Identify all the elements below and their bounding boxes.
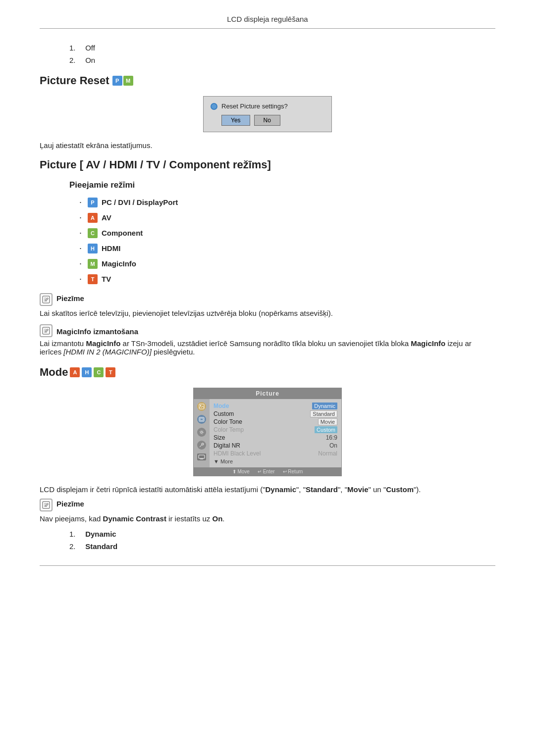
menu-icons [194, 399, 210, 467]
menu-icon-1 [197, 402, 206, 411]
menu-sidebar: Mode Dynamic Custom Standard Color Tone … [194, 399, 341, 467]
menu-icon-4 [197, 441, 206, 450]
reset-dialog-buttons: Yes No [221, 115, 280, 126]
note-icon-2 [40, 499, 53, 511]
menu-icon-5 [197, 454, 206, 460]
menu-row-color-tone: Color Tone Movie [214, 418, 337, 426]
svg-point-3 [200, 405, 201, 406]
badge-tv: T [88, 274, 98, 284]
svg-point-7 [200, 430, 204, 434]
mode-value-dynamic: Dynamic [312, 403, 337, 409]
menu-bottom-enter: ↵ Enter [258, 469, 275, 474]
menu-row-mode: Mode Dynamic [214, 402, 337, 410]
badge-pc: P [88, 198, 98, 207]
menu-icon-3 [197, 428, 206, 437]
list-item: · C Component [79, 228, 495, 238]
picture-menu: Picture [193, 388, 342, 476]
badge-mode-c: C [94, 367, 104, 377]
badge-m: M [123, 76, 133, 86]
menu-row-digital-nr: Digital NR On [214, 442, 337, 450]
badge-hdmi: H [88, 244, 98, 253]
menu-more: ▼ More [214, 458, 337, 464]
custom-value: Standard [310, 410, 337, 417]
note-label-2: Piezīme [56, 499, 84, 508]
list-item: · A AV [79, 212, 495, 223]
lcd-desc: LCD displejam ir četri rūpnīcā iestatīti… [40, 485, 495, 494]
list-item: · H HDMI [79, 243, 495, 253]
badge-av: A [88, 213, 98, 223]
magicinfo-note-icon [40, 324, 53, 337]
dynamic-contrast-note: Nav pieejams, kad Dynamic Contrast ir ie… [40, 514, 495, 523]
picture-reset-heading: Picture Reset P M [40, 74, 495, 87]
bottom-list: 1. Dynamic 2. Standard [69, 530, 495, 551]
list-item: · T TV [79, 274, 495, 284]
menu-title: Picture [194, 388, 341, 399]
page-title: LCD displeja regulēšana [40, 15, 495, 29]
menu-bottom-return: ↩ Return [283, 469, 303, 474]
mode-section-heading: Mode A H C T [40, 366, 495, 379]
list-item: · P PC / DVI / DisplayPort [79, 197, 495, 207]
reset-dialog-header: Reset Picture settings? [211, 102, 288, 110]
picture-section-heading: Picture [ AV / HDMI / TV / Component rež… [40, 158, 495, 171]
no-button[interactable]: No [254, 115, 280, 126]
badge-mode-a: A [70, 367, 80, 377]
badge-component: C [88, 228, 98, 238]
reset-dialog: Reset Picture settings? Yes No [203, 96, 332, 132]
colortone-value: Movie [318, 418, 337, 425]
menu-row-custom: Custom Standard [214, 410, 337, 418]
badge-p: P [112, 76, 122, 86]
note-box-2: Piezīme [40, 499, 495, 511]
mode-list: · P PC / DVI / DisplayPort · A AV · C Co… [79, 197, 495, 284]
list-item: 1. Off [69, 44, 495, 52]
svg-rect-8 [199, 455, 205, 458]
badge-magicinfo: M [88, 259, 98, 269]
list-item: 1. Dynamic [69, 530, 495, 538]
svg-rect-2 [199, 404, 204, 409]
menu-row-size: Size 16:9 [214, 434, 337, 442]
menu-bottom-move: ⬆ Move [232, 469, 250, 474]
menu-icon-2 [197, 415, 206, 424]
svg-rect-9 [200, 459, 203, 459]
badge-mode-t: T [106, 367, 115, 377]
badge-mode-h: H [82, 367, 92, 377]
note-label: Piezīme [56, 293, 84, 302]
list-item: 2. Standard [69, 542, 495, 551]
dialog-circle-icon [211, 103, 217, 110]
magicinfo-note-label: MagicInfo izmantošana [56, 326, 138, 336]
yes-button[interactable]: Yes [221, 115, 250, 126]
list-item: · M MagicInfo [79, 258, 495, 269]
magicinfo-note-heading: MagicInfo izmantošana [40, 324, 495, 337]
menu-row-hdmi-black: HDMI Black Level Normal [214, 450, 337, 457]
picture-menu-wrap: Picture [40, 388, 495, 476]
svg-rect-5 [200, 418, 203, 420]
magicinfo-note-text: Lai izmantotu MagicInfo ar TSn-3modeli, … [40, 339, 495, 356]
svg-rect-4 [199, 417, 204, 421]
reset-dialog-wrap: Reset Picture settings? Yes No [40, 96, 495, 132]
note-text: Lai skatītos ierīcē televīziju, pievieno… [40, 309, 495, 317]
menu-bottom-bar: ⬆ Move ↵ Enter ↩ Return [194, 467, 341, 476]
menu-content: Mode Dynamic Custom Standard Color Tone … [210, 399, 341, 467]
reset-desc: Ļauj atiestatīt ekrāna iestatījumus. [40, 141, 495, 150]
available-modes-heading: Pieejamie režīmi [69, 180, 495, 190]
off-on-list: 1. Off 2. On [69, 44, 495, 64]
menu-row-color-temp: Color Temp Custom [214, 426, 337, 434]
reset-dialog-text: Reset Picture settings? [221, 102, 288, 110]
svg-point-6 [201, 431, 203, 433]
note-icon [40, 293, 53, 306]
bottom-divider [40, 565, 495, 566]
list-item: 2. On [69, 56, 495, 64]
note-box: Piezīme [40, 293, 495, 306]
